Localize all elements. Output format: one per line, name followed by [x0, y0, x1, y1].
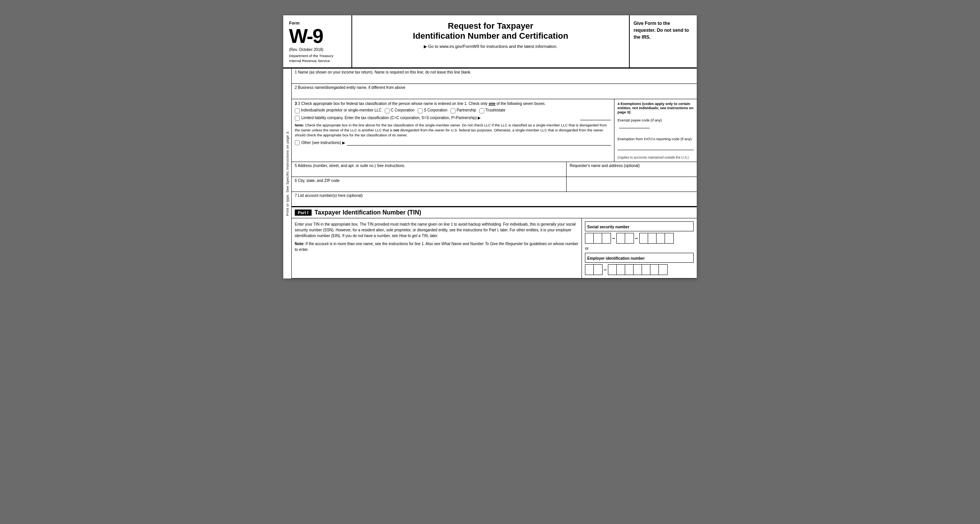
part1-italic: How to get a TIN,: [399, 234, 429, 238]
ein-group2: [608, 264, 668, 275]
llc-row: Limited liability company. Enter the tax…: [295, 116, 611, 121]
note-text: Note: Check the appropriate box in the l…: [295, 123, 611, 138]
part1-header-row: Part I Taxpayer Identification Number (T…: [292, 206, 697, 218]
ssn-cell: [625, 233, 634, 243]
field3-row: 3 3 Check appropriate box for federal ta…: [292, 99, 697, 162]
checkbox-partnership-input[interactable]: [451, 108, 456, 113]
checkbox-s-corp-label: S Corporation: [424, 108, 448, 112]
ein-cell: [617, 265, 625, 275]
checkbox-trust-input[interactable]: [479, 108, 484, 113]
header-center: Request for Taxpayer Identification Numb…: [352, 15, 630, 67]
field7-label: 7 List account number(s) here (optional): [295, 193, 694, 198]
ein-group1: [585, 264, 603, 275]
side-label: Print or type. See Specific Instructions…: [283, 69, 292, 278]
header-left: Form W-9 (Rev. October 2018) Department …: [283, 15, 352, 67]
ein-cell: [625, 265, 634, 275]
form-title1: Request for Taxpayer: [356, 21, 625, 31]
field5-input[interactable]: [295, 168, 563, 174]
checkbox-c-corp-input[interactable]: [385, 108, 390, 113]
exempt-fatca-row: Exemption from FATCA reporting code (if …: [617, 137, 694, 153]
field3-one: one: [488, 102, 495, 106]
checkbox-individual-label: Individual/sole proprietor or single-mem…: [301, 108, 382, 112]
ssn-cell: [648, 233, 657, 243]
ssn-dash2: –: [635, 235, 638, 241]
checkbox-partnership[interactable]: Partnership: [451, 108, 476, 113]
ein-cell: [650, 265, 659, 275]
ssn-boxes: – –: [585, 233, 694, 244]
requester-box2: [567, 177, 697, 192]
ein-cell: [585, 265, 594, 275]
field3-left: 3 3 Check appropriate box for federal ta…: [292, 99, 614, 162]
other-input[interactable]: [347, 139, 611, 146]
part1-note-text: If the account is in more than one name,…: [305, 242, 440, 246]
exempt-payee-input[interactable]: [619, 122, 650, 128]
field2-input[interactable]: [295, 91, 694, 97]
checkbox-trust-label: Trust/estate: [485, 108, 505, 112]
fatca-note: (Applies to accounts maintained outside …: [617, 156, 694, 159]
field5-label: 5 Address (number, street, and apt. or s…: [295, 164, 563, 168]
ssn-label-box: Social security number: [585, 221, 694, 231]
other-row: Other (see instructions) ▶: [295, 139, 611, 146]
part1-para2: Note: If the account is in more than one…: [295, 241, 578, 252]
field2-row: 2 Business name/disregarded entity name,…: [292, 84, 697, 99]
ssn-group2: [616, 233, 634, 244]
field6-label: 6 City, state, and ZIP code: [295, 178, 563, 183]
ein-boxes: –: [585, 264, 694, 275]
form-dept: Department of the Treasury Internal Reve…: [289, 53, 346, 64]
part1-note-label: Note:: [295, 242, 305, 246]
checkbox-s-corp-input[interactable]: [418, 108, 423, 113]
address-row6: 6 City, state, and ZIP code: [292, 177, 697, 192]
checkbox-c-corp[interactable]: C Corporation: [385, 108, 415, 113]
exemptions-panel: 4 Exemptions (codes apply only to certai…: [614, 99, 697, 162]
llc-input[interactable]: [580, 116, 611, 120]
part1-note-italic: What Name and Number To Give the Request…: [441, 242, 523, 246]
ssn-cell: [585, 233, 594, 243]
side-label-text: Print or type. See Specific Instructions…: [286, 131, 289, 216]
ein-label: Employer identification number: [587, 256, 645, 260]
part1-body: Enter your TIN in the appropriate box. T…: [292, 218, 697, 278]
other-checkbox[interactable]: [295, 140, 300, 145]
requester-input[interactable]: [570, 168, 694, 174]
field5-left: 5 Address (number, street, and apt. or s…: [292, 162, 567, 177]
ssn-cell: [594, 233, 602, 243]
goto-text: ▶ Go to www.irs.gov/FormW9 for instructi…: [356, 44, 625, 49]
exempt-fatca-label: Exemption from FATCA reporting code (if …: [617, 137, 694, 141]
checkbox-partnership-label: Partnership: [457, 108, 476, 112]
note-label: Note:: [295, 123, 304, 127]
ssn-cell: [617, 233, 625, 243]
ein-cell: [608, 265, 617, 275]
field1-input[interactable]: [295, 76, 694, 82]
field6-input[interactable]: [295, 183, 563, 189]
form-header: Form W-9 (Rev. October 2018) Department …: [283, 15, 697, 69]
ssn-cell: [602, 233, 611, 243]
llc-checkbox[interactable]: [295, 116, 300, 121]
w9-form: Form W-9 (Rev. October 2018) Department …: [283, 15, 697, 278]
field7-input[interactable]: [295, 198, 694, 204]
part1-title: Taxpayer Identification Number (TIN): [315, 209, 421, 216]
field7-row: 7 List account number(s) here (optional): [292, 192, 697, 206]
part1-header: Part I: [295, 210, 312, 216]
main-content: 1 Name (as shown on your income tax retu…: [292, 69, 697, 278]
ein-cell: [642, 265, 650, 275]
ssn-dash1: –: [612, 235, 615, 241]
header-right: Give Form to the requester. Do not send …: [630, 15, 697, 67]
ssn-group1: [585, 233, 611, 244]
part1-text: Enter your TIN in the appropriate box. T…: [292, 218, 582, 278]
exempt-fatca-input[interactable]: [617, 144, 694, 150]
checkbox-individual-input[interactable]: [295, 108, 300, 113]
checkboxes-row: Individual/sole proprietor or single-mem…: [295, 108, 611, 113]
requester-input2[interactable]: [570, 182, 694, 188]
ssn-group3: [639, 233, 674, 244]
ein-label-box: Employer identification number: [585, 253, 694, 263]
ssn-cell: [665, 233, 673, 243]
ein-dash: –: [604, 267, 607, 273]
checkbox-individual[interactable]: Individual/sole proprietor or single-mem…: [295, 108, 382, 113]
field1-row: 1 Name (as shown on your income tax retu…: [292, 69, 697, 84]
field6-left: 6 City, state, and ZIP code: [292, 177, 567, 192]
field3-label: 3 3 Check appropriate box for federal ta…: [295, 102, 611, 106]
form-body: Print or type. See Specific Instructions…: [283, 69, 697, 278]
ein-cell: [659, 265, 667, 275]
checkbox-trust[interactable]: Trust/estate: [479, 108, 505, 113]
ein-cell: [634, 265, 642, 275]
checkbox-s-corp[interactable]: S Corporation: [418, 108, 448, 113]
